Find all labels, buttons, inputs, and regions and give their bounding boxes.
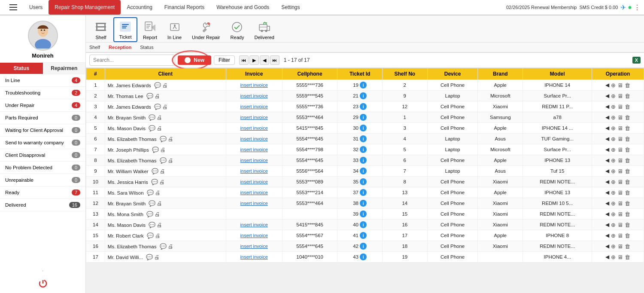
details-arrow-icon[interactable]: ◀ <box>605 82 609 88</box>
print-icon[interactable]: 🖨 <box>157 222 162 228</box>
add-icon[interactable]: ⊕ <box>611 104 616 110</box>
delete-icon[interactable]: 🗑 <box>625 82 630 89</box>
tab-repairmen[interactable]: Repairmen <box>43 63 86 74</box>
sms-icon[interactable]: 💬 <box>160 243 167 250</box>
sms-icon[interactable]: 💬 <box>146 254 153 260</box>
invoice-link[interactable]: insert invoice <box>240 222 268 227</box>
monitor-icon[interactable]: 🖥 <box>617 179 623 185</box>
toolbar-ticket[interactable]: Ticket <box>113 17 137 42</box>
sms-icon[interactable]: 💬 <box>154 104 161 110</box>
delete-icon[interactable]: 🗑 <box>625 232 630 239</box>
status-warranty[interactable]: Send to warranty company 0 <box>0 137 85 149</box>
subbar-status[interactable]: Status <box>140 45 153 50</box>
excel-export-button[interactable]: X <box>632 57 641 64</box>
info-icon[interactable]: i <box>360 211 367 217</box>
print-icon[interactable]: 🖨 <box>155 93 160 99</box>
monitor-icon[interactable]: 🖥 <box>617 93 623 99</box>
prev-page-button[interactable]: ▶ <box>249 55 259 65</box>
nav-settings[interactable]: Settings <box>275 0 306 15</box>
details-arrow-icon[interactable]: ◀ <box>605 136 609 142</box>
delete-icon[interactable]: 🗑 <box>625 114 630 121</box>
toolbar-ready[interactable]: Ready <box>225 18 249 42</box>
invoice-link[interactable]: insert invoice <box>240 125 268 131</box>
info-icon[interactable]: i <box>360 221 367 228</box>
add-icon[interactable]: ⊕ <box>611 222 616 228</box>
subbar-shelf[interactable]: Shelf <box>89 45 100 50</box>
sms-icon[interactable]: 💬 <box>146 93 153 99</box>
delete-icon[interactable]: 🗑 <box>625 211 630 217</box>
print-icon[interactable]: 🖨 <box>155 189 161 196</box>
nav-repair-shop[interactable]: Repair Shop Management <box>49 0 121 15</box>
more-icon[interactable]: ⋮ <box>634 3 641 12</box>
add-icon[interactable]: ⊕ <box>611 168 616 174</box>
invoice-link[interactable]: insert invoice <box>240 115 268 120</box>
sms-icon[interactable]: 💬 <box>154 82 161 89</box>
invoice-link[interactable]: insert invoice <box>240 244 268 249</box>
sms-icon[interactable]: 💬 <box>147 232 154 239</box>
sms-icon[interactable]: 💬 <box>147 189 154 196</box>
sms-icon[interactable]: 💬 <box>160 157 167 164</box>
details-arrow-icon[interactable]: ◀ <box>605 104 609 110</box>
info-icon[interactable]: i <box>360 253 367 260</box>
monitor-icon[interactable]: 🖥 <box>617 243 623 250</box>
print-icon[interactable]: 🖨 <box>162 104 168 110</box>
monitor-icon[interactable]: 🖥 <box>617 200 623 207</box>
sms-icon[interactable]: 💬 <box>160 136 167 142</box>
status-parts-required[interactable]: Parts Required 0 <box>0 112 85 124</box>
add-icon[interactable]: ⊕ <box>611 179 616 185</box>
delete-icon[interactable]: 🗑 <box>625 93 630 99</box>
add-icon[interactable]: ⊕ <box>611 136 616 142</box>
delete-icon[interactable]: 🗑 <box>625 254 630 260</box>
delete-icon[interactable]: 🗑 <box>625 179 630 185</box>
sms-icon[interactable]: 💬 <box>151 179 158 185</box>
subbar-reception[interactable]: Reception <box>109 45 131 50</box>
sms-icon[interactable]: 💬 <box>149 114 155 121</box>
monitor-icon[interactable]: 🖥 <box>617 104 623 110</box>
info-icon[interactable]: i <box>360 146 367 153</box>
delete-icon[interactable]: 🗑 <box>625 136 630 142</box>
invoice-link[interactable]: insert invoice <box>240 190 268 195</box>
invoice-link[interactable]: insert invoice <box>240 93 268 98</box>
info-icon[interactable]: i <box>360 103 367 110</box>
add-icon[interactable]: ⊕ <box>611 114 616 121</box>
toolbar-inline[interactable]: In Line <box>163 18 186 42</box>
details-arrow-icon[interactable]: ◀ <box>605 146 609 153</box>
details-arrow-icon[interactable]: ◀ <box>605 232 609 238</box>
info-icon[interactable]: i <box>360 135 367 142</box>
toolbar-under-repair[interactable]: Under Repair <box>187 18 225 42</box>
print-icon[interactable]: 🖨 <box>157 114 162 121</box>
details-arrow-icon[interactable]: ◀ <box>605 179 609 185</box>
monitor-icon[interactable]: 🖥 <box>617 146 623 153</box>
invoice-link[interactable]: insert invoice <box>240 201 268 206</box>
delete-icon[interactable]: 🗑 <box>625 168 630 174</box>
delete-icon[interactable]: 🗑 <box>625 200 630 207</box>
sms-icon[interactable]: 💬 <box>146 211 153 217</box>
nav-financial-reports[interactable]: Financial Reports <box>158 0 210 15</box>
invoice-link[interactable]: insert invoice <box>240 136 268 141</box>
add-icon[interactable]: ⊕ <box>611 232 616 239</box>
info-icon[interactable]: i <box>360 178 367 185</box>
print-icon[interactable]: 🖨 <box>155 211 160 217</box>
invoice-link[interactable]: insert invoice <box>240 158 268 163</box>
status-delivered[interactable]: Delivered 16 <box>0 199 85 211</box>
details-arrow-icon[interactable]: ◀ <box>605 222 609 228</box>
print-icon[interactable]: 🖨 <box>157 125 162 131</box>
details-arrow-icon[interactable]: ◀ <box>605 243 609 249</box>
delete-icon[interactable]: 🗑 <box>625 157 630 164</box>
sms-icon[interactable]: 💬 <box>152 146 159 153</box>
monitor-icon[interactable]: 🖥 <box>617 157 623 164</box>
details-arrow-icon[interactable]: ◀ <box>605 254 609 260</box>
info-icon[interactable]: i <box>360 82 367 89</box>
search-input[interactable] <box>89 55 175 66</box>
add-icon[interactable]: ⊕ <box>611 211 616 217</box>
tab-status[interactable]: Status <box>0 63 43 74</box>
last-page-button[interactable]: ⏭ <box>270 55 279 65</box>
monitor-icon[interactable]: 🖥 <box>617 136 623 142</box>
filter-button[interactable]: Filter <box>214 55 235 65</box>
info-icon[interactable]: i <box>360 189 367 196</box>
details-arrow-icon[interactable]: ◀ <box>605 189 609 195</box>
monitor-icon[interactable]: 🖥 <box>617 82 623 89</box>
hamburger-menu[interactable] <box>3 0 23 15</box>
monitor-icon[interactable]: 🖥 <box>617 125 623 131</box>
nav-warehouse[interactable]: Warehouse and Goods <box>210 0 275 15</box>
